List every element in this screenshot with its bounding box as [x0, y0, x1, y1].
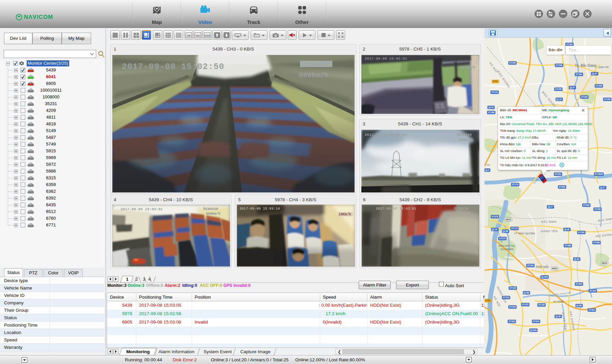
svg-text:DT205: DT205	[509, 306, 516, 308]
svg-text:DT388: DT388	[593, 241, 600, 244]
svg-text:Capture Image: Capture Image	[240, 349, 270, 354]
svg-text:QL17: QL17	[600, 186, 605, 189]
svg-text:CT01: CT01	[485, 299, 491, 302]
svg-text:DT284: DT284	[566, 43, 573, 46]
svg-text:000km/h: 000km/h	[456, 212, 470, 215]
svg-text:QL1A: QL1A	[556, 98, 562, 101]
svg-text:2017-09-08 15:02:51: 2017-09-08 15:02:51	[365, 57, 407, 61]
svg-text:DT199: DT199	[510, 287, 516, 289]
svg-text:DT131: DT131	[492, 91, 498, 93]
svg-text:BẮC NINH: BẮC NINH	[541, 220, 557, 223]
svg-text:DT194: DT194	[590, 290, 596, 292]
svg-text:QL5B: QL5B	[576, 304, 582, 307]
svg-text:QL37: QL37	[592, 72, 597, 75]
svg-text:KHU ĐÔ THỊ: KHU ĐÔ THỊ	[499, 244, 514, 247]
svg-text:System Event: System Event	[203, 349, 232, 354]
svg-text:QL5B: QL5B	[524, 292, 529, 294]
svg-text:36: 36	[187, 33, 191, 37]
svg-text:ECOPARK: ECOPARK	[501, 248, 514, 251]
svg-text:QL39A: QL39A	[541, 276, 548, 278]
svg-text:DT179: DT179	[511, 227, 518, 230]
svg-text:TT NHƯ QUỲNH: TT NHƯ QUỲNH	[514, 232, 535, 235]
svg-text:QL38: QL38	[574, 258, 579, 261]
svg-text:DT199: DT199	[538, 304, 545, 306]
svg-text:Monitoring: Monitoring	[126, 349, 150, 354]
svg-text:DT378: DT378	[503, 296, 509, 299]
svg-text:DINH TRI: DINH TRI	[599, 66, 609, 68]
svg-text:AH14: AH14	[506, 218, 511, 221]
svg-text:PHỐ NỐI: PHỐ NỐI	[536, 265, 549, 269]
svg-text:DT206: DT206	[509, 320, 515, 323]
svg-text:QL38: QL38	[564, 228, 569, 231]
svg-text:2017-09-08 15:03:01: 2017-09-08 15:03:01	[376, 207, 416, 211]
svg-text:DT283: DT283	[578, 231, 585, 234]
svg-text:000km/h: 000km/h	[206, 212, 220, 216]
svg-text:QL38: QL38	[555, 315, 561, 318]
svg-text:☃CH5439: ☃CH5439	[453, 206, 469, 211]
svg-text:QL5B: QL5B	[503, 230, 508, 233]
svg-text:DT285: DT285	[594, 208, 601, 210]
svg-text:2017-09-08 15:08:01: 2017-09-08 15:08:01	[365, 133, 407, 137]
svg-text:Tp. Bắc Giang: Tp. Bắc Giang	[575, 63, 596, 67]
svg-text:QL39A: QL39A	[530, 329, 537, 332]
svg-text:☃CH5439: ☃CH5439	[203, 207, 218, 211]
svg-text:000km/h: 000km/h	[299, 71, 329, 79]
svg-text:100: 100	[205, 33, 210, 37]
svg-text:DT179: DT179	[512, 183, 519, 186]
svg-text:2017-09-08 15:02:50: 2017-09-08 15:02:50	[122, 62, 224, 72]
svg-text:DT286: DT286	[488, 111, 495, 114]
svg-text:DT299: DT299	[604, 98, 611, 100]
svg-text:DT280: DT280	[583, 204, 590, 206]
svg-text:DT284: DT284	[576, 73, 582, 75]
svg-text:DT388: DT388	[565, 244, 571, 247]
svg-text:DT200: DT200	[527, 264, 534, 267]
svg-text:19Km/h: 19Km/h	[339, 213, 351, 216]
svg-text:DT280: DT280	[559, 186, 565, 188]
svg-text:QL37: QL37	[569, 86, 575, 89]
svg-text:QL18: QL18	[488, 106, 494, 109]
svg-text:QL3: QL3	[485, 169, 490, 172]
svg-text:DT295: DT295	[509, 62, 516, 64]
svg-text:DT291: DT291	[555, 173, 561, 175]
svg-text:DT293: DT293	[596, 85, 602, 87]
svg-text:DT295: DT295	[555, 88, 562, 90]
svg-text:LOA: LOA	[484, 163, 490, 166]
svg-text:AH14: AH14	[552, 267, 558, 270]
svg-text:DT392: DT392	[576, 283, 582, 285]
svg-text:QL17: QL17	[548, 206, 553, 208]
svg-text:DT204: DT204	[533, 320, 539, 323]
svg-text:021km/h: 021km/h	[461, 66, 475, 69]
svg-text:000km/h: 000km/h	[459, 138, 473, 142]
svg-text:DT282B: DT282B	[595, 173, 603, 175]
svg-text:2017-09-08 15:03:14: 2017-09-08 15:03:14	[240, 207, 280, 211]
svg-text:DT379: DT379	[499, 237, 506, 240]
svg-text:Alarm Information: Alarm Information	[159, 349, 195, 354]
svg-text:2017-09-08 15:03:01: 2017-09-08 15:03:01	[120, 207, 163, 211]
svg-text:An Khải: An Khải	[553, 300, 564, 303]
svg-text:☃CUG489: ☃CUG489	[456, 132, 472, 137]
svg-text:DT284: DT284	[581, 96, 588, 98]
svg-text:DT392: DT392	[589, 309, 595, 311]
svg-text:DT378: DT378	[492, 215, 498, 218]
svg-text:HƯNG YÊN: HƯNG YÊN	[541, 229, 558, 233]
svg-text:DT298: DT298	[556, 64, 562, 66]
svg-text:64: 64	[196, 33, 200, 37]
svg-text:AH14: AH14	[602, 262, 608, 264]
svg-text:QL1A: QL1A	[492, 228, 498, 231]
svg-text:CT07: CT07	[493, 80, 498, 83]
svg-text:DT379: DT379	[522, 303, 529, 306]
